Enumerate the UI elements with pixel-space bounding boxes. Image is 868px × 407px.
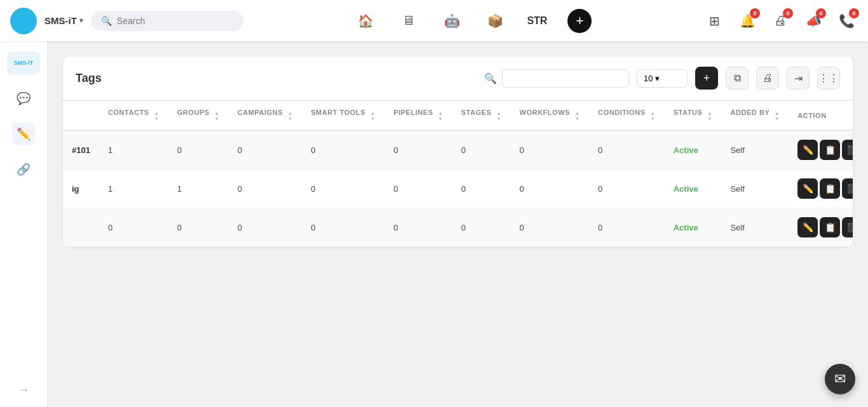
qr-row-button[interactable]: ⬛ [842,140,853,160]
cell-groups: 0 [168,130,229,170]
card-header: Tags 🔍 10 ▾ 25 50 100 + ⧉ 🖨 ⇥ ⋮⋮ [63,57,853,101]
col-tag [63,101,99,130]
cell-stages: 0 [452,208,511,247]
cell-workflows: 0 [510,208,589,247]
qr-row-button[interactable]: ⬛ [842,217,853,237]
table-row: 0 0 0 0 0 0 0 0 Active Self ✏️ 📋 ⬛ 📄 🗑 [63,208,853,247]
cell-tag: ig [63,170,99,208]
add-tag-button[interactable]: + [695,67,718,90]
cell-action: ✏️ 📋 ⬛ 📄 🗑 [789,170,853,208]
edit-row-button[interactable]: ✏️ [797,140,818,160]
cell-groups: 1 [168,170,229,208]
megaphone-badge: 0 [816,8,826,18]
table-row: #101 1 0 0 0 0 0 0 0 Active Self ✏️ 📋 ⬛ … [63,130,853,170]
cell-pipelines: 0 [384,170,452,208]
brand-name[interactable]: SMS-iT ▾ [44,15,83,26]
edit-row-button[interactable]: ✏️ [797,217,818,237]
print-badge: 0 [783,8,793,18]
brand-chevron-icon: ▾ [79,17,83,25]
col-pipelines[interactable]: PIPELINES ▲▼ [384,101,452,130]
megaphone-icon-btn[interactable]: 📣 0 [802,10,825,32]
sidebar-chat-icon[interactable]: 💬 [12,87,35,110]
top-navbar: SMS-iT ▾ 🔍 🏠 🖥 🤖 📦 STR + ⊞ 🔔 0 🖨 0 📣 0 📞… [0,0,868,41]
cell-campaigns: 0 [229,170,302,208]
search-input[interactable] [117,16,233,26]
chat-bubble-icon: ✉ [834,371,846,387]
qr-row-button[interactable]: ⬛ [842,178,853,199]
cell-campaigns: 0 [229,208,302,247]
nav-robot-icon[interactable]: 🤖 [440,10,463,32]
col-contacts[interactable]: CONTACTS ▲▼ [99,101,168,130]
bell-icon-btn[interactable]: 🔔 0 [736,10,759,32]
page-title: Tags [76,72,102,85]
header-search-area: 🔍 [484,69,629,88]
col-smart-tools[interactable]: SMART TOOLS ▲▼ [302,101,384,130]
header-search-icon: 🔍 [484,72,497,84]
sidebar-logo-text: SMS-iT [14,60,34,66]
col-added-by[interactable]: ADDED BY ▲▼ [721,101,789,130]
sidebar-edit-icon[interactable]: ✏️ [12,123,35,145]
cell-workflows: 0 [510,130,589,170]
brand-name-text: SMS-iT [44,15,77,26]
col-workflows[interactable]: WORKFLOWS ▲▼ [510,101,589,130]
cell-action: ✏️ 📋 ⬛ 📄 🗑 [789,130,853,170]
nav-monitor-icon[interactable]: 🖥 [397,10,420,32]
cell-smart-tools: 0 [302,130,384,170]
col-stages[interactable]: STAGES ▲▼ [452,101,511,130]
cell-status: Active [665,170,722,208]
columns-table-button[interactable]: ⋮⋮ [817,67,840,90]
copy-table-button[interactable]: ⧉ [726,67,749,90]
tags-table: CONTACTS ▲▼ GROUPS ▲▼ CAMPAIGNS ▲▼ [63,101,853,247]
edit-row-button[interactable]: ✏️ [797,178,818,199]
cell-contacts: 0 [99,208,168,247]
copy-row-button[interactable]: 📋 [820,178,840,199]
main-layout: SMS-iT 💬 ✏️ 🔗 → Tags 🔍 10 ▾ 25 50 100 [0,41,868,407]
cell-contacts: 1 [99,170,168,208]
nav-box-icon[interactable]: 📦 [484,10,506,32]
print-icon-btn[interactable]: 🖨 0 [769,10,792,32]
nav-home-icon[interactable]: 🏠 [354,10,377,32]
copy-row-button[interactable]: 📋 [820,217,840,237]
cell-campaigns: 0 [229,130,302,170]
cell-contacts: 1 [99,130,168,170]
cell-tag: #101 [63,130,99,170]
nav-str-label[interactable]: STR [527,15,547,27]
tags-card: Tags 🔍 10 ▾ 25 50 100 + ⧉ 🖨 ⇥ ⋮⋮ [63,57,853,247]
col-conditions[interactable]: CONDITIONS ▲▼ [589,101,665,130]
cell-added-by: Self [721,130,789,170]
phone-icon-btn[interactable]: 📞 0 [835,10,858,32]
copy-row-button[interactable]: 📋 [820,140,840,160]
cell-smart-tools: 0 [302,208,384,247]
nav-plus-button[interactable]: + [567,9,592,33]
global-search[interactable]: 🔍 [91,11,243,31]
cell-conditions: 0 [589,208,665,247]
chat-bubble[interactable]: ✉ [825,364,855,394]
cell-workflows: 0 [510,170,589,208]
cell-action: ✏️ 📋 ⬛ 📄 🗑 [789,208,853,247]
col-action: ACTION [789,101,853,130]
cell-status: Active [665,130,722,170]
table-search-input[interactable] [502,69,629,88]
cell-groups: 0 [168,208,229,247]
col-status[interactable]: STATUS ▲▼ [665,101,722,130]
sidebar-logo: SMS-iT [7,51,40,74]
cell-added-by: Self [721,170,789,208]
main-content: Tags 🔍 10 ▾ 25 50 100 + ⧉ 🖨 ⇥ ⋮⋮ [48,41,868,407]
per-page-select[interactable]: 10 ▾ 25 50 100 [637,69,688,88]
print-table-button[interactable]: 🖨 [756,67,779,90]
brand-logo [10,8,37,34]
search-icon: 🔍 [101,16,112,26]
phone-badge: 0 [849,8,859,18]
sidebar-link-icon[interactable]: 🔗 [12,158,35,181]
grid-icon-btn[interactable]: ⊞ [703,10,726,32]
col-groups[interactable]: GROUPS ▲▼ [168,101,229,130]
sidebar-collapse-arrow[interactable]: → [18,384,29,397]
nav-right-actions: ⊞ 🔔 0 🖨 0 📣 0 📞 0 [703,10,858,32]
cell-conditions: 0 [589,170,665,208]
cell-stages: 0 [452,130,511,170]
cell-conditions: 0 [589,130,665,170]
nav-center: 🏠 🖥 🤖 📦 STR + [251,9,695,33]
export-table-button[interactable]: ⇥ [787,67,810,90]
col-campaigns[interactable]: CAMPAIGNS ▲▼ [229,101,302,130]
table-row: ig 1 1 0 0 0 0 0 0 Active Self ✏️ 📋 ⬛ 📄 … [63,170,853,208]
